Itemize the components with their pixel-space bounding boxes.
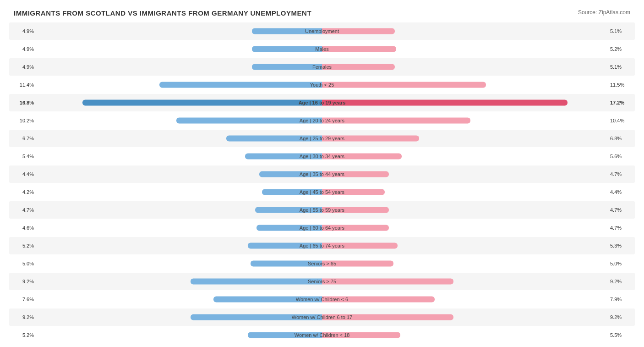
center-label: Age | 60 to 64 years: [300, 225, 344, 231]
right-half: [322, 309, 607, 325]
center-label: Age | 25 to 29 years: [300, 136, 344, 141]
val-right: 5.3%: [607, 243, 635, 248]
left-half: [37, 41, 322, 57]
val-left: 5.2%: [9, 243, 37, 248]
val-right: 4.7%: [607, 171, 635, 177]
val-left: 5.4%: [9, 154, 37, 159]
center-label: Women w/ Children < 6: [296, 297, 348, 302]
val-right: 4.7%: [607, 225, 635, 231]
chart-row: 4.9% Females 5.1%: [9, 58, 635, 76]
center-label: Females: [312, 64, 332, 70]
right-half: [322, 202, 607, 218]
chart-row: 4.7% Age | 55 to 59 years 4.7%: [9, 201, 635, 219]
chart-title: IMMIGRANTS FROM SCOTLAND VS IMMIGRANTS F…: [9, 9, 311, 17]
right-half: [322, 292, 607, 307]
val-left: 10.2%: [9, 118, 37, 123]
val-right: 9.2%: [607, 279, 635, 284]
right-half: [322, 59, 607, 75]
bar-blue: [252, 64, 322, 70]
center-label: Age | 55 to 59 years: [300, 207, 344, 213]
left-half: [37, 113, 322, 128]
left-half: [37, 274, 322, 289]
bar-pink: [322, 64, 395, 70]
bars-area: Youth < 25: [37, 77, 607, 93]
bars-area: Seniors > 75: [37, 274, 607, 289]
chart-container: IMMIGRANTS FROM SCOTLAND VS IMMIGRANTS F…: [0, 0, 644, 347]
val-right: 11.5%: [607, 82, 635, 88]
right-half: [322, 238, 607, 253]
val-left: 4.9%: [9, 28, 37, 34]
val-left: 9.2%: [9, 314, 37, 320]
chart-row: 4.9% Unemployment 5.1%: [9, 22, 635, 40]
bars-area: Seniors > 65: [37, 256, 607, 271]
chart-row: 4.9% Males 5.2%: [9, 40, 635, 58]
val-left: 9.2%: [9, 279, 37, 284]
center-label: Unemployment: [305, 28, 339, 34]
left-half: [37, 309, 322, 325]
center-label: Seniors > 65: [308, 261, 336, 266]
right-half: [322, 77, 607, 93]
right-half: [322, 41, 607, 57]
bar-blue: [252, 46, 322, 52]
bars-area: Age | 45 to 54 years: [37, 184, 607, 200]
right-half: [322, 184, 607, 200]
bar-pink: [322, 46, 396, 52]
bars-area: Age | 25 to 29 years: [37, 131, 607, 146]
chart-source: Source: ZipAtlas.com: [578, 9, 635, 16]
bars-area: Females: [37, 59, 607, 75]
val-left: 5.0%: [9, 261, 37, 266]
bars-area: Age | 35 to 44 years: [37, 166, 607, 182]
chart-row: 10.2% Age | 20 to 24 years 10.4%: [9, 112, 635, 129]
center-label: Age | 35 to 44 years: [300, 171, 344, 177]
val-left: 4.9%: [9, 64, 37, 70]
chart-row: 4.4% Age | 35 to 44 years 4.7%: [9, 165, 635, 183]
right-half: [322, 256, 607, 271]
left-half: [37, 59, 322, 75]
left-half: [37, 202, 322, 218]
val-left: 5.2%: [9, 332, 37, 338]
val-left: 11.4%: [9, 82, 37, 88]
chart-row: 6.7% Age | 25 to 29 years 6.8%: [9, 130, 635, 147]
bars-area: Age | 16 to 19 years: [37, 95, 607, 110]
bars-area: Age | 30 to 34 years: [37, 149, 607, 164]
bars-area: Women w/ Children < 18: [37, 327, 607, 343]
val-right: 5.5%: [607, 332, 635, 338]
val-right: 17.2%: [607, 100, 635, 105]
val-right: 10.4%: [607, 118, 635, 123]
left-half: [37, 292, 322, 307]
right-half: [322, 95, 607, 110]
val-left: 4.4%: [9, 171, 37, 177]
val-right: 7.9%: [607, 297, 635, 302]
center-label: Age | 16 to 19 years: [299, 100, 346, 105]
val-left: 16.8%: [9, 100, 37, 105]
val-right: 5.1%: [607, 28, 635, 34]
bars-area: Age | 65 to 74 years: [37, 238, 607, 253]
chart-row: 4.2% Age | 45 to 54 years 4.4%: [9, 183, 635, 201]
chart-row: 5.2% Age | 65 to 74 years 5.3%: [9, 237, 635, 254]
val-right: 5.1%: [607, 64, 635, 70]
val-right: 9.2%: [607, 314, 635, 320]
left-half: [37, 77, 322, 93]
bars-area: Women w/ Children < 6: [37, 292, 607, 307]
chart-row: 5.4% Age | 30 to 34 years 5.6%: [9, 148, 635, 165]
chart-row: 16.8% Age | 16 to 19 years 17.2%: [9, 94, 635, 111]
right-half: [322, 274, 607, 289]
chart-rows: 4.9% Unemployment 5.1% 4.9%: [5, 22, 639, 344]
right-half: [322, 23, 607, 39]
chart-row: 7.6% Women w/ Children < 6 7.9%: [9, 291, 635, 308]
val-right: 4.4%: [607, 189, 635, 195]
center-label: Age | 30 to 34 years: [300, 154, 344, 159]
left-half: [37, 23, 322, 39]
center-label: Women w/ Children < 18: [295, 332, 350, 338]
center-label: Age | 20 to 24 years: [300, 118, 344, 123]
bar-pink: [322, 279, 453, 285]
chart-row: 4.6% Age | 60 to 64 years 4.7%: [9, 219, 635, 237]
right-half: [322, 149, 607, 164]
val-left: 4.2%: [9, 189, 37, 195]
right-half: [322, 113, 607, 128]
val-right: 6.8%: [607, 136, 635, 141]
val-left: 4.7%: [9, 207, 37, 213]
val-right: 4.7%: [607, 207, 635, 213]
right-half: [322, 131, 607, 146]
bar-blue: [82, 100, 322, 106]
